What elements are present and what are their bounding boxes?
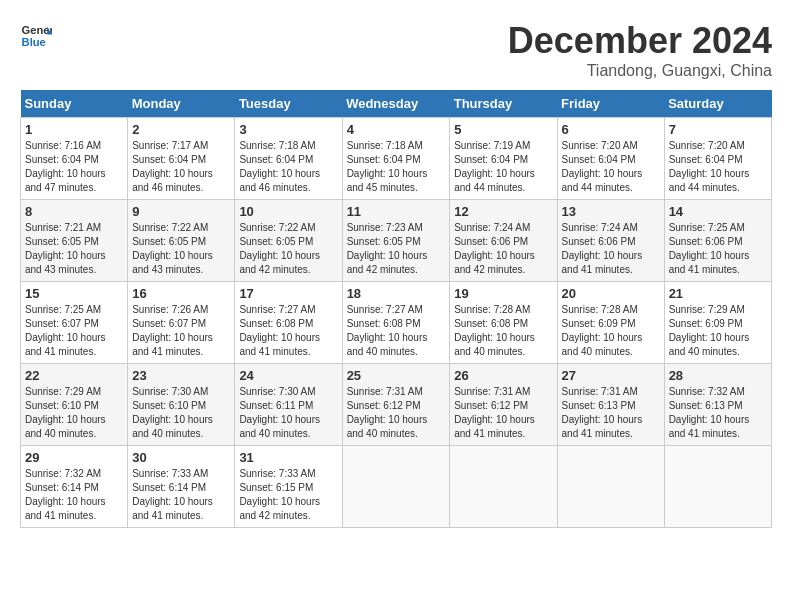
calendar-cell <box>450 446 557 528</box>
day-number: 9 <box>132 204 230 219</box>
day-info: Sunrise: 7:30 AM Sunset: 6:10 PM Dayligh… <box>132 385 230 441</box>
calendar-cell: 19 Sunrise: 7:28 AM Sunset: 6:08 PM Dayl… <box>450 282 557 364</box>
day-info: Sunrise: 7:33 AM Sunset: 6:14 PM Dayligh… <box>132 467 230 523</box>
day-number: 3 <box>239 122 337 137</box>
calendar-week-2: 8 Sunrise: 7:21 AM Sunset: 6:05 PM Dayli… <box>21 200 772 282</box>
day-number: 1 <box>25 122 123 137</box>
logo: General Blue <box>20 20 52 52</box>
day-info: Sunrise: 7:27 AM Sunset: 6:08 PM Dayligh… <box>347 303 446 359</box>
calendar-week-3: 15 Sunrise: 7:25 AM Sunset: 6:07 PM Dayl… <box>21 282 772 364</box>
day-info: Sunrise: 7:29 AM Sunset: 6:10 PM Dayligh… <box>25 385 123 441</box>
calendar-week-1: 1 Sunrise: 7:16 AM Sunset: 6:04 PM Dayli… <box>21 118 772 200</box>
day-info: Sunrise: 7:31 AM Sunset: 6:12 PM Dayligh… <box>347 385 446 441</box>
day-number: 30 <box>132 450 230 465</box>
header-friday: Friday <box>557 90 664 118</box>
header-wednesday: Wednesday <box>342 90 450 118</box>
day-number: 19 <box>454 286 552 301</box>
day-info: Sunrise: 7:27 AM Sunset: 6:08 PM Dayligh… <box>239 303 337 359</box>
day-info: Sunrise: 7:28 AM Sunset: 6:09 PM Dayligh… <box>562 303 660 359</box>
day-info: Sunrise: 7:25 AM Sunset: 6:06 PM Dayligh… <box>669 221 767 277</box>
day-number: 5 <box>454 122 552 137</box>
calendar-cell: 11 Sunrise: 7:23 AM Sunset: 6:05 PM Dayl… <box>342 200 450 282</box>
calendar-cell: 30 Sunrise: 7:33 AM Sunset: 6:14 PM Dayl… <box>128 446 235 528</box>
day-number: 18 <box>347 286 446 301</box>
header-monday: Monday <box>128 90 235 118</box>
calendar-cell: 14 Sunrise: 7:25 AM Sunset: 6:06 PM Dayl… <box>664 200 771 282</box>
calendar-cell: 15 Sunrise: 7:25 AM Sunset: 6:07 PM Dayl… <box>21 282 128 364</box>
calendar-header-row: Sunday Monday Tuesday Wednesday Thursday… <box>21 90 772 118</box>
calendar-cell <box>664 446 771 528</box>
calendar-cell: 25 Sunrise: 7:31 AM Sunset: 6:12 PM Dayl… <box>342 364 450 446</box>
day-number: 27 <box>562 368 660 383</box>
day-number: 24 <box>239 368 337 383</box>
calendar-cell: 2 Sunrise: 7:17 AM Sunset: 6:04 PM Dayli… <box>128 118 235 200</box>
calendar-cell: 16 Sunrise: 7:26 AM Sunset: 6:07 PM Dayl… <box>128 282 235 364</box>
day-number: 21 <box>669 286 767 301</box>
day-info: Sunrise: 7:24 AM Sunset: 6:06 PM Dayligh… <box>454 221 552 277</box>
day-number: 10 <box>239 204 337 219</box>
day-info: Sunrise: 7:32 AM Sunset: 6:14 PM Dayligh… <box>25 467 123 523</box>
calendar-cell: 29 Sunrise: 7:32 AM Sunset: 6:14 PM Dayl… <box>21 446 128 528</box>
calendar-cell: 21 Sunrise: 7:29 AM Sunset: 6:09 PM Dayl… <box>664 282 771 364</box>
day-number: 28 <box>669 368 767 383</box>
day-number: 4 <box>347 122 446 137</box>
day-number: 7 <box>669 122 767 137</box>
day-number: 31 <box>239 450 337 465</box>
header-sunday: Sunday <box>21 90 128 118</box>
day-info: Sunrise: 7:32 AM Sunset: 6:13 PM Dayligh… <box>669 385 767 441</box>
day-info: Sunrise: 7:25 AM Sunset: 6:07 PM Dayligh… <box>25 303 123 359</box>
calendar-cell: 23 Sunrise: 7:30 AM Sunset: 6:10 PM Dayl… <box>128 364 235 446</box>
header-saturday: Saturday <box>664 90 771 118</box>
day-number: 16 <box>132 286 230 301</box>
day-info: Sunrise: 7:31 AM Sunset: 6:12 PM Dayligh… <box>454 385 552 441</box>
day-number: 22 <box>25 368 123 383</box>
calendar-week-5: 29 Sunrise: 7:32 AM Sunset: 6:14 PM Dayl… <box>21 446 772 528</box>
calendar-cell: 20 Sunrise: 7:28 AM Sunset: 6:09 PM Dayl… <box>557 282 664 364</box>
title-block: December 2024 Tiandong, Guangxi, China <box>508 20 772 80</box>
calendar-cell: 3 Sunrise: 7:18 AM Sunset: 6:04 PM Dayli… <box>235 118 342 200</box>
day-info: Sunrise: 7:17 AM Sunset: 6:04 PM Dayligh… <box>132 139 230 195</box>
calendar-cell: 31 Sunrise: 7:33 AM Sunset: 6:15 PM Dayl… <box>235 446 342 528</box>
day-number: 6 <box>562 122 660 137</box>
calendar-cell: 26 Sunrise: 7:31 AM Sunset: 6:12 PM Dayl… <box>450 364 557 446</box>
day-number: 20 <box>562 286 660 301</box>
day-number: 26 <box>454 368 552 383</box>
calendar-cell: 4 Sunrise: 7:18 AM Sunset: 6:04 PM Dayli… <box>342 118 450 200</box>
day-number: 8 <box>25 204 123 219</box>
calendar-cell <box>557 446 664 528</box>
day-info: Sunrise: 7:18 AM Sunset: 6:04 PM Dayligh… <box>239 139 337 195</box>
header-tuesday: Tuesday <box>235 90 342 118</box>
day-info: Sunrise: 7:30 AM Sunset: 6:11 PM Dayligh… <box>239 385 337 441</box>
day-info: Sunrise: 7:22 AM Sunset: 6:05 PM Dayligh… <box>239 221 337 277</box>
day-info: Sunrise: 7:21 AM Sunset: 6:05 PM Dayligh… <box>25 221 123 277</box>
calendar-table: Sunday Monday Tuesday Wednesday Thursday… <box>20 90 772 528</box>
day-number: 23 <box>132 368 230 383</box>
header-thursday: Thursday <box>450 90 557 118</box>
day-info: Sunrise: 7:26 AM Sunset: 6:07 PM Dayligh… <box>132 303 230 359</box>
calendar-cell <box>342 446 450 528</box>
day-number: 11 <box>347 204 446 219</box>
day-info: Sunrise: 7:29 AM Sunset: 6:09 PM Dayligh… <box>669 303 767 359</box>
calendar-cell: 22 Sunrise: 7:29 AM Sunset: 6:10 PM Dayl… <box>21 364 128 446</box>
day-info: Sunrise: 7:20 AM Sunset: 6:04 PM Dayligh… <box>562 139 660 195</box>
day-number: 2 <box>132 122 230 137</box>
day-info: Sunrise: 7:28 AM Sunset: 6:08 PM Dayligh… <box>454 303 552 359</box>
calendar-cell: 9 Sunrise: 7:22 AM Sunset: 6:05 PM Dayli… <box>128 200 235 282</box>
logo-icon: General Blue <box>20 20 52 52</box>
day-number: 12 <box>454 204 552 219</box>
calendar-week-4: 22 Sunrise: 7:29 AM Sunset: 6:10 PM Dayl… <box>21 364 772 446</box>
day-number: 17 <box>239 286 337 301</box>
day-number: 15 <box>25 286 123 301</box>
day-info: Sunrise: 7:20 AM Sunset: 6:04 PM Dayligh… <box>669 139 767 195</box>
calendar-cell: 27 Sunrise: 7:31 AM Sunset: 6:13 PM Dayl… <box>557 364 664 446</box>
page-header: General Blue December 2024 Tiandong, Gua… <box>20 20 772 80</box>
calendar-cell: 10 Sunrise: 7:22 AM Sunset: 6:05 PM Dayl… <box>235 200 342 282</box>
day-info: Sunrise: 7:23 AM Sunset: 6:05 PM Dayligh… <box>347 221 446 277</box>
calendar-cell: 12 Sunrise: 7:24 AM Sunset: 6:06 PM Dayl… <box>450 200 557 282</box>
day-number: 29 <box>25 450 123 465</box>
month-title: December 2024 <box>508 20 772 62</box>
day-number: 25 <box>347 368 446 383</box>
calendar-cell: 5 Sunrise: 7:19 AM Sunset: 6:04 PM Dayli… <box>450 118 557 200</box>
day-info: Sunrise: 7:22 AM Sunset: 6:05 PM Dayligh… <box>132 221 230 277</box>
day-info: Sunrise: 7:18 AM Sunset: 6:04 PM Dayligh… <box>347 139 446 195</box>
